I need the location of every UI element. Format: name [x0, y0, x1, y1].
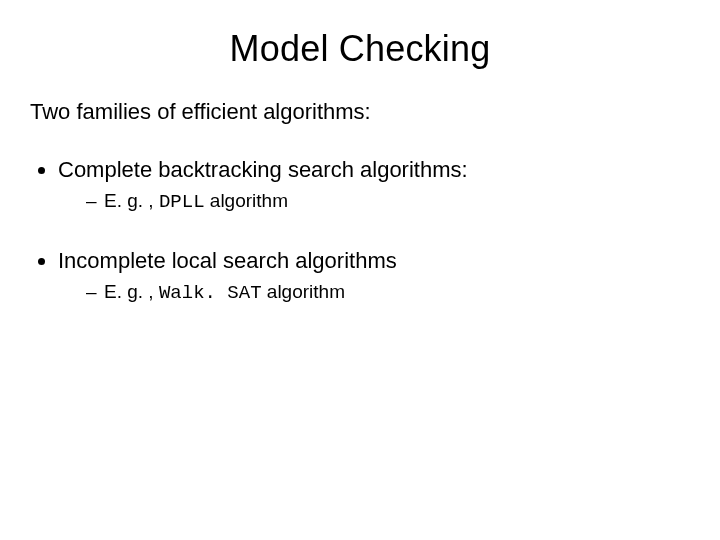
- sub-prefix: E. g. ,: [104, 281, 159, 302]
- sub-suffix: algorithm: [262, 281, 345, 302]
- bullet-text: Complete backtracking search algorithms:: [58, 157, 468, 182]
- slide-body: Two families of efficient algorithms: Co…: [0, 98, 720, 306]
- sub-list: E. g. , DPLL algorithm: [86, 189, 680, 215]
- code-term: Walk. SAT: [159, 282, 262, 304]
- slide: Model Checking Two families of efficient…: [0, 0, 720, 540]
- sub-list-item: E. g. , DPLL algorithm: [86, 189, 680, 215]
- bullet-list: Complete backtracking search algorithms:…: [58, 156, 680, 307]
- sub-suffix: algorithm: [205, 190, 288, 211]
- list-item: Incomplete local search algorithms E. g.…: [58, 247, 680, 306]
- sub-list: E. g. , Walk. SAT algorithm: [86, 280, 680, 306]
- slide-title: Model Checking: [0, 0, 720, 98]
- list-item: Complete backtracking search algorithms:…: [58, 156, 680, 215]
- sub-list-item: E. g. , Walk. SAT algorithm: [86, 280, 680, 306]
- intro-text: Two families of efficient algorithms:: [30, 98, 680, 126]
- code-term: DPLL: [159, 191, 205, 213]
- sub-prefix: E. g. ,: [104, 190, 159, 211]
- bullet-text: Incomplete local search algorithms: [58, 248, 397, 273]
